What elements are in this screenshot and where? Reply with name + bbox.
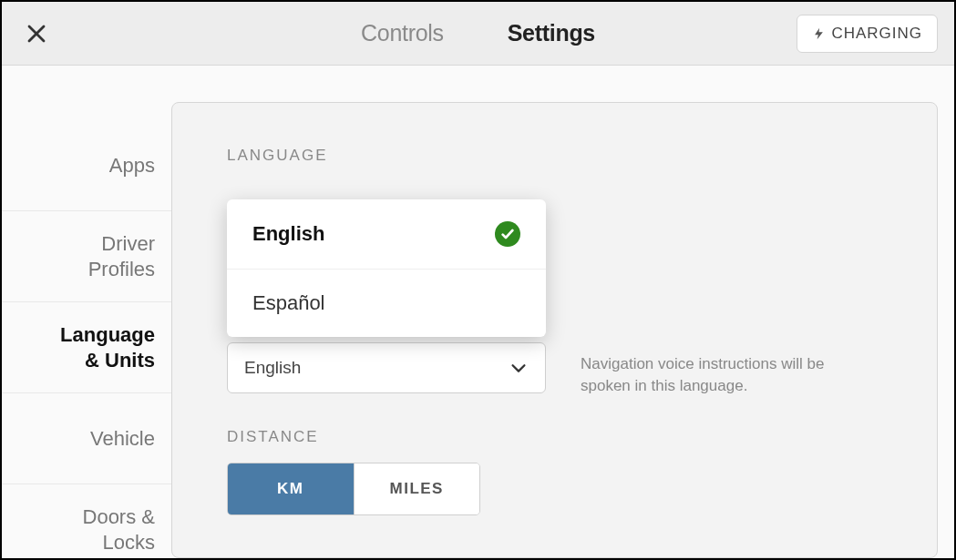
distance-section-label: DISTANCE	[227, 428, 886, 446]
lightning-icon	[812, 25, 826, 42]
sidebar-item-doors-locks[interactable]: Doors & Locks	[2, 484, 171, 560]
distance-option-km[interactable]: KM	[228, 463, 355, 514]
close-icon	[26, 23, 47, 45]
distance-section: DISTANCE KM MILES	[227, 428, 886, 515]
top-bar: Controls Settings CHARGING	[2, 2, 954, 66]
language-option-label: Español	[252, 291, 325, 315]
sidebar-item-driver-profiles[interactable]: Driver Profiles	[2, 211, 171, 302]
language-option-espanol[interactable]: Español	[227, 270, 546, 337]
charging-button[interactable]: CHARGING	[797, 15, 938, 53]
content-panel: LANGUAGE English Español English Navigat…	[171, 102, 938, 558]
distance-segmented-control: KM MILES	[227, 463, 480, 515]
sidebar-item-language-units[interactable]: Language & Units	[2, 302, 171, 393]
language-section-label: LANGUAGE	[227, 147, 886, 165]
body-area: Apps Driver Profiles Language & Units Ve…	[2, 66, 954, 558]
sidebar-item-vehicle[interactable]: Vehicle	[2, 393, 171, 484]
chevron-down-icon	[509, 358, 529, 378]
tab-settings[interactable]: Settings	[508, 20, 595, 46]
charging-label: CHARGING	[831, 25, 922, 43]
distance-option-miles[interactable]: MILES	[355, 463, 480, 514]
sidebar-item-apps[interactable]: Apps	[2, 120, 171, 211]
language-option-english[interactable]: English	[227, 199, 546, 270]
checkmark-icon	[495, 221, 520, 247]
tab-controls[interactable]: Controls	[361, 20, 444, 46]
header-tabs: Controls Settings	[361, 20, 595, 46]
nav-voice-language-value: English	[244, 358, 301, 378]
sidebar: Apps Driver Profiles Language & Units Ve…	[2, 66, 171, 558]
nav-voice-help-text: Navigation voice instructions will be sp…	[581, 353, 854, 397]
language-option-label: English	[252, 222, 324, 246]
nav-voice-language-select[interactable]: English	[227, 342, 546, 393]
language-dropdown-menu: English Español	[227, 199, 546, 337]
close-button[interactable]	[18, 15, 55, 52]
